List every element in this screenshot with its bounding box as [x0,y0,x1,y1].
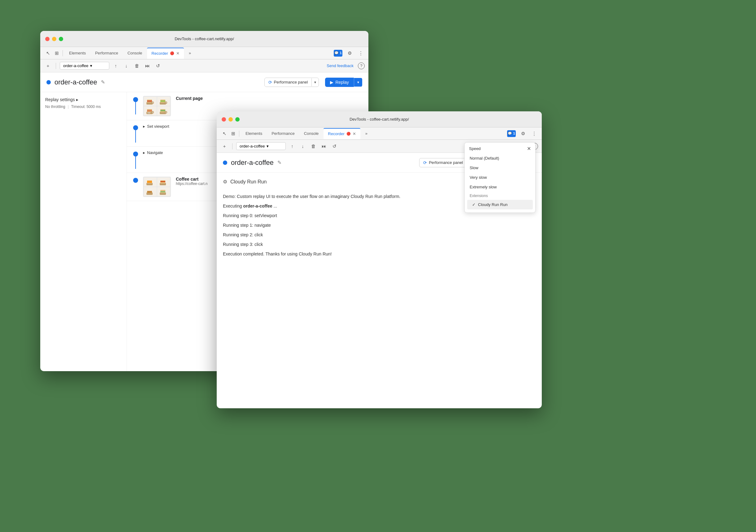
close-button-2[interactable] [222,117,226,121]
pointer-tool[interactable]: ↖ [44,49,52,57]
step-thumbnail-2 [143,177,171,197]
dropdown-arrow-2: ▾ [267,144,269,148]
step-dot-3 [133,152,138,157]
send-feedback-link-1[interactable]: Send feedback [327,63,354,68]
recording-name-text-2: order-a-coffee [240,144,265,148]
speed-dropdown-close[interactable]: ✕ [527,146,531,152]
output-step3: Running step 3: click [223,241,536,248]
step-dot-4 [133,178,138,183]
new-recording-btn[interactable]: + [44,62,52,70]
speed-dropdown-header: Speed ✕ [465,142,535,153]
svg-rect-6 [160,100,165,102]
replay-btn-group-1: ▶ Replay ▾ [325,78,362,87]
devtools-window-2: DevTools - coffee-cart.netlify.app/ ↖ ⊞ … [217,111,542,408]
recording-name-dropdown-1[interactable]: order-a-coffee ▾ [60,62,109,70]
replay-btn-arrow-1[interactable]: ▾ [354,78,362,87]
recording-title-2: order-a-coffee [231,159,274,167]
speed-extension-cloudy[interactable]: ✓ Cloudy Run Run [467,200,533,209]
recording-dot-1 [46,80,51,85]
more-icon-1[interactable]: ⋮ [357,49,365,57]
panel-btn-main-1[interactable]: ⟳ Performance panel [265,78,312,87]
export-btn-1[interactable]: ↑ [112,62,120,70]
minimize-button-2[interactable] [229,117,233,121]
step-info-current-page: Current page [176,96,362,101]
refresh-btn-1[interactable]: ↺ [154,62,162,70]
tab-performance-1[interactable]: Performance [91,48,122,59]
new-recording-btn-2[interactable]: + [220,142,229,150]
help-btn-1[interactable]: ? [358,63,365,69]
speed-slow[interactable]: Slow [465,163,535,173]
tab-sep-2 [239,131,239,137]
speed-dropdown: Speed ✕ Normal (Default) Slow Very slow … [464,142,536,213]
minimize-button[interactable] [52,37,56,41]
chat-badge-1[interactable]: 💬 1 [334,50,342,57]
output-completed: Execution completed. Thanks for using Cl… [223,251,536,257]
settings-icon-2[interactable]: ⚙ [519,130,527,138]
tab-elements-1[interactable]: Elements [65,48,90,59]
tab-console-1[interactable]: Console [123,48,147,59]
panel-btn-arrow-1[interactable]: ▾ [311,78,318,86]
delete-btn-1[interactable]: 🗑 [133,62,141,70]
panel-btn-main-2[interactable]: ⟳ Performance panel [419,158,467,167]
maximize-button[interactable] [59,37,63,41]
step-dot-1 [133,97,138,102]
gear-icon-cloudy: ⚙ [223,179,227,185]
pointer-tool-2[interactable]: ↖ [220,130,229,138]
speed-very-slow[interactable]: Very slow [465,173,535,182]
recording-dot-2 [223,161,227,165]
toolbar-sep-1 [56,63,56,69]
replay-settings-header: Replay settings ▸ [45,97,122,102]
step-over-btn-1[interactable]: ⏭ [143,62,151,70]
check-icon: ✓ [472,202,475,207]
refresh-btn-2[interactable]: ↺ [330,142,338,150]
chat-badge-2[interactable]: 💬 1 [507,130,516,137]
svg-rect-10 [147,110,152,112]
tab-performance-2[interactable]: Performance [267,128,299,139]
step-thumbnail-1 [143,96,171,116]
device-mode-2[interactable]: ⊞ [229,130,237,138]
svg-rect-29 [160,191,165,192]
maximize-button-2[interactable] [235,117,240,121]
toolbar-row-1: + order-a-coffee ▾ ↑ ↓ 🗑 ⏭ ↺ Send feedba… [40,60,368,72]
recording-name-dropdown-2[interactable]: order-a-coffee ▾ [236,142,286,150]
speed-extremely-slow[interactable]: Extremely slow [465,182,535,192]
recording-name-text-1: order-a-coffee [63,63,88,68]
window-controls-2 [222,117,240,121]
tab-icons-right-1: 💬 1 ⚙ ⋮ [334,49,365,57]
tab-recorder-2[interactable]: Recorder 🔴 ✕ [324,128,360,139]
replay-btn-main-1[interactable]: ▶ Replay [325,78,354,87]
step-over-btn-2[interactable]: ⏭ [320,142,328,150]
svg-rect-23 [160,181,165,182]
export-btn-2[interactable]: ↑ [288,142,296,150]
tab-recorder-1[interactable]: Recorder 🔴 ✕ [147,48,184,59]
edit-icon-2[interactable]: ✎ [277,160,282,165]
tab-console-2[interactable]: Console [300,128,323,139]
import-btn-2[interactable]: ↓ [299,142,307,150]
device-mode[interactable]: ⊞ [53,49,61,57]
svg-rect-13 [148,113,149,113]
close-button[interactable] [45,37,49,41]
recording-header-1: order-a-coffee ✎ ⟳ Performance panel ▾ ▶… [40,72,368,92]
replay-settings-info: No throttling | Timeout: 5000 ms [45,105,122,109]
sidebar-1: Replay settings ▸ No throttling | Timeou… [40,92,127,371]
output-step1: Running step 1: navigate [223,222,536,229]
settings-icon-1[interactable]: ⚙ [345,49,354,57]
window-controls-1 [45,37,63,41]
output-step0: Running step 0: setViewport [223,213,536,219]
svg-rect-2 [147,100,152,102]
speed-normal[interactable]: Normal (Default) [465,153,535,163]
tab-more-2[interactable]: » [361,128,372,139]
edit-icon-1[interactable]: ✎ [101,79,105,85]
step-dot-2 [133,125,138,130]
recording-title-1: order-a-coffee [54,78,97,86]
executing-bold: order-a-coffee [243,204,272,209]
delete-btn-2[interactable]: 🗑 [309,142,317,150]
import-btn-1[interactable]: ↓ [122,62,130,70]
tab-more-1[interactable]: » [184,48,195,59]
toolbar-sep-2 [232,143,232,149]
performance-panel-btn-1[interactable]: ⟳ Performance panel ▾ [264,78,319,87]
more-icon-2[interactable]: ⋮ [530,130,538,138]
dropdown-arrow-1: ▾ [90,63,92,68]
tab-elements-2[interactable]: Elements [241,128,267,139]
tab-separator [63,50,63,56]
